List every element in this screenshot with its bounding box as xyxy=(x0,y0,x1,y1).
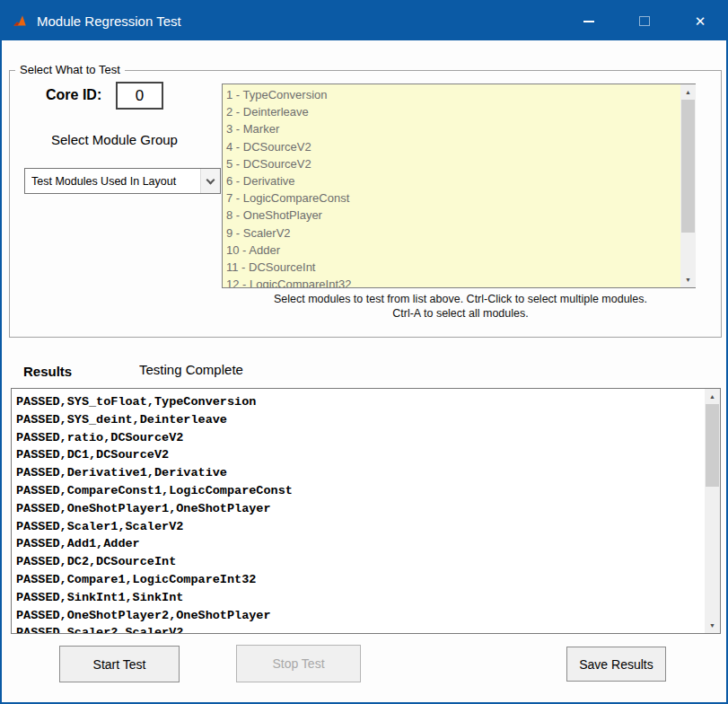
scroll-down-icon[interactable]: ▼ xyxy=(680,272,696,287)
module-item[interactable]: 6 - Derivative xyxy=(226,172,695,189)
groupbox-label: Select What to Test xyxy=(15,63,125,76)
module-item[interactable]: 11 - DCSourceInt xyxy=(226,259,695,276)
result-line: PASSED,OneShotPlayer1,OneShotPlayer xyxy=(16,500,720,518)
stop-test-button: Stop Test xyxy=(236,645,361,682)
module-item[interactable]: 4 - DCSourceV2 xyxy=(226,138,695,155)
module-item[interactable]: 8 - OneShotPlayer xyxy=(226,207,695,224)
minimize-icon xyxy=(583,21,594,22)
save-results-button[interactable]: Save Results xyxy=(566,647,666,682)
result-line: PASSED,OneShotPlayer2,OneShotPlayer xyxy=(16,607,720,625)
module-group-selected-value: Test Modules Used In Layout xyxy=(31,175,200,188)
titlebar[interactable]: Module Regression Test ✕ xyxy=(2,2,726,40)
results-scrollbar[interactable]: ▲ ▼ xyxy=(705,389,720,633)
select-what-to-test-group: Select What to Test Core ID: Select Modu… xyxy=(9,70,722,338)
results-scrollbar-thumb[interactable] xyxy=(706,404,719,487)
results-label: Results xyxy=(23,364,72,379)
module-regression-test-window: Module Regression Test ✕ Select What to … xyxy=(0,0,728,704)
matlab-icon xyxy=(11,13,29,31)
modules-scrollbar-thumb[interactable] xyxy=(681,100,695,233)
result-line: PASSED,SYS_toFloat,TypeConversion xyxy=(16,393,720,411)
result-line: PASSED,Add1,Adder xyxy=(16,535,720,553)
module-item[interactable]: 12 - LogicCompareInt32 xyxy=(226,276,695,288)
start-test-button[interactable]: Start Test xyxy=(59,646,180,682)
modules-scrollbar[interactable]: ▲ ▼ xyxy=(680,84,696,287)
close-icon: ✕ xyxy=(695,13,706,30)
core-id-input[interactable] xyxy=(116,82,163,110)
result-line: PASSED,SinkInt1,SinkInt xyxy=(16,589,720,607)
module-item[interactable]: 7 - LogicCompareConst xyxy=(226,189,695,207)
module-group-dropdown[interactable]: Test Modules Used In Layout xyxy=(24,168,221,194)
result-line: PASSED,DC1,DCSourceV2 xyxy=(16,446,720,464)
module-item[interactable]: 10 - Adder xyxy=(226,242,695,259)
scroll-up-icon[interactable]: ▲ xyxy=(705,389,720,404)
dropdown-arrow-box xyxy=(200,169,220,193)
result-line: PASSED,DC2,DCSourceInt xyxy=(16,553,720,571)
results-listbox[interactable]: PASSED,SYS_toFloat,TypeConversionPASSED,… xyxy=(11,388,721,634)
core-id-label: Core ID: xyxy=(46,87,101,103)
scroll-down-icon[interactable]: ▼ xyxy=(705,618,720,633)
module-item[interactable]: 1 - TypeConversion xyxy=(226,86,695,103)
modules-listbox[interactable]: 1 - TypeConversion2 - Deinterleave3 - Ma… xyxy=(222,84,696,288)
chevron-down-icon xyxy=(206,175,215,184)
minimize-button[interactable] xyxy=(574,2,604,40)
result-line: PASSED,Compare1,LogicCompareInt32 xyxy=(16,571,720,589)
result-line: PASSED,SYS_deint,Deinterleave xyxy=(16,411,720,429)
modules-help-line1: Select modules to test from list above. … xyxy=(225,292,696,306)
scroll-up-icon[interactable]: ▲ xyxy=(680,84,696,100)
module-item[interactable]: 3 - Marker xyxy=(226,120,695,137)
results-status-text: Testing Complete xyxy=(139,362,243,377)
result-line: PASSED,Scaler1,ScalerV2 xyxy=(16,518,720,536)
modules-help-text: Select modules to test from list above. … xyxy=(225,292,696,321)
module-item[interactable]: 5 - DCSourceV2 xyxy=(226,155,695,172)
result-line: PASSED,Scaler2,ScalerV2 xyxy=(16,624,720,634)
module-item[interactable]: 2 - Deinterleave xyxy=(226,103,695,120)
result-line: PASSED,Derivative1,Derivative xyxy=(16,464,720,482)
window-title: Module Regression Test xyxy=(37,13,181,29)
close-button[interactable]: ✕ xyxy=(685,2,715,40)
modules-help-line2: Ctrl-A to select all modules. xyxy=(225,306,696,321)
maximize-button[interactable] xyxy=(629,2,660,40)
result-line: PASSED,CompareConst1,LogicCompareConst xyxy=(16,482,720,500)
module-item[interactable]: 9 - ScalerV2 xyxy=(226,224,695,242)
window-controls: ✕ xyxy=(574,2,726,40)
result-line: PASSED,ratio,DCSourceV2 xyxy=(16,429,720,447)
maximize-icon xyxy=(639,16,650,26)
module-group-label: Select Module Group xyxy=(51,132,178,147)
